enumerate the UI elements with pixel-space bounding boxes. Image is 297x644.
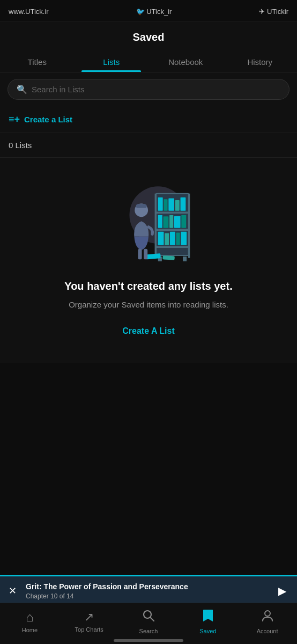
svg-rect-12	[175, 200, 180, 211]
tab-lists[interactable]: Lists	[75, 50, 149, 72]
bottom-nav: ⌂ Home ↗ Top Charts Search Saved	[0, 603, 297, 644]
svg-rect-3	[155, 229, 189, 231]
search-bar[interactable]: 🔍	[8, 79, 289, 100]
svg-rect-10	[164, 199, 167, 210]
home-indicator	[114, 639, 183, 642]
tab-titles[interactable]: Titles	[0, 50, 75, 72]
nav-top-charts[interactable]: ↗ Top Charts	[73, 610, 105, 633]
svg-rect-19	[158, 232, 164, 245]
svg-rect-22	[176, 233, 180, 245]
svg-rect-13	[181, 197, 186, 211]
lists-count: 0 Lists	[0, 133, 297, 158]
telegram-icon: ✈	[259, 8, 265, 16]
svg-point-31	[265, 611, 270, 616]
player-play-button[interactable]: ▶	[276, 584, 288, 597]
nav-account-label: Account	[257, 628, 278, 634]
tab-history[interactable]: History	[223, 50, 298, 72]
player-info: Grit: The Power of Passion and Persevera…	[26, 582, 269, 600]
svg-rect-27	[138, 249, 142, 260]
bookshelf-illustration	[100, 179, 197, 265]
svg-rect-16	[169, 215, 173, 228]
search-icon: 🔍	[17, 84, 27, 94]
svg-rect-14	[158, 215, 162, 228]
twitter-icon: 🐦	[136, 8, 145, 16]
svg-line-30	[150, 618, 154, 621]
svg-rect-5	[155, 194, 157, 258]
player-subtitle: Chapter 10 of 14	[26, 592, 269, 600]
svg-rect-6	[188, 194, 190, 258]
svg-rect-2	[155, 211, 189, 214]
svg-rect-8	[183, 257, 187, 261]
website-label: www.UTick.ir	[9, 8, 49, 16]
svg-rect-11	[168, 199, 174, 211]
nav-search[interactable]: Search	[132, 609, 165, 634]
create-list-button[interactable]: ≡+ Create a List	[0, 106, 297, 133]
svg-rect-28	[144, 249, 147, 260]
empty-state-subtitle: Organize your Saved items into reading l…	[69, 299, 228, 311]
empty-state: You haven't created any lists yet. Organ…	[0, 158, 297, 363]
svg-rect-25	[162, 255, 175, 260]
create-list-cta[interactable]: Create A List	[122, 326, 175, 336]
nav-top-charts-label: Top Charts	[75, 626, 103, 633]
twitter-handle: 🐦 UTick_ir	[136, 8, 172, 16]
empty-state-title: You haven't created any lists yet.	[64, 280, 232, 292]
player-bar: ✕ Grit: The Power of Passion and Perseve…	[0, 575, 297, 605]
create-list-icon: ≡+	[9, 114, 20, 125]
tabs-bar: Titles Lists Notebook History	[0, 50, 297, 72]
nav-search-label: Search	[139, 628, 158, 634]
player-close-button[interactable]: ✕	[9, 585, 19, 597]
telegram-handle: ✈ UTickir	[259, 8, 288, 16]
home-icon: ⌂	[26, 610, 34, 625]
saved-icon	[202, 609, 214, 626]
svg-rect-17	[174, 216, 181, 228]
top-charts-icon: ↗	[84, 610, 94, 624]
svg-rect-15	[164, 216, 169, 228]
search-bar-container: 🔍	[0, 72, 297, 106]
player-title: Grit: The Power of Passion and Persevera…	[26, 582, 269, 591]
account-icon	[261, 609, 274, 626]
create-list-label: Create a List	[24, 115, 72, 124]
svg-rect-21	[170, 232, 175, 245]
header-bar: www.UTick.ir 🐦 UTick_ir ✈ UTickir	[0, 0, 297, 21]
nav-account[interactable]: Account	[251, 609, 284, 634]
svg-rect-18	[181, 215, 186, 228]
nav-home-label: Home	[22, 627, 38, 633]
svg-rect-9	[158, 197, 163, 211]
nav-saved[interactable]: Saved	[192, 609, 224, 634]
tab-notebook[interactable]: Notebook	[148, 50, 223, 72]
svg-rect-20	[165, 233, 169, 245]
search-input[interactable]	[32, 85, 280, 94]
nav-home[interactable]: ⌂ Home	[13, 610, 46, 633]
page-title: Saved	[0, 21, 297, 50]
search-nav-icon	[142, 609, 155, 626]
nav-saved-label: Saved	[199, 628, 216, 634]
svg-rect-4	[155, 246, 189, 248]
svg-rect-23	[181, 232, 187, 245]
